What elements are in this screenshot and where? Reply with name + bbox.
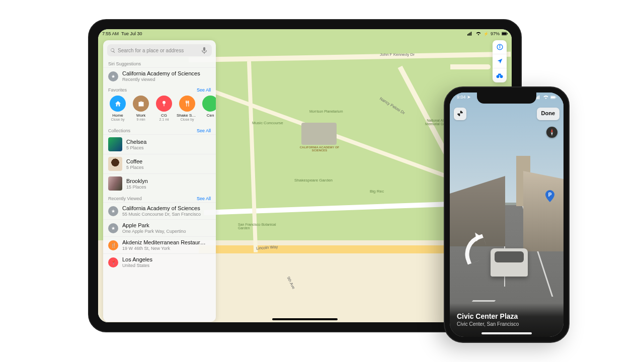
map-label: Nancy Pelosi Dr bbox=[379, 96, 406, 115]
map-label: Shakespeare Garden bbox=[294, 178, 333, 183]
recent-row[interactable]: ★California Academy of Sciences55 Music … bbox=[103, 202, 216, 219]
svg-point-9 bbox=[499, 45, 500, 46]
iphone-frame: 9:04 ➤ P Done bbox=[444, 86, 570, 343]
fork-icon bbox=[179, 96, 195, 112]
signal-icon bbox=[467, 32, 473, 36]
svg-marker-27 bbox=[551, 132, 553, 136]
map-label: 9th Ave bbox=[286, 276, 296, 290]
location-icon: ➤ bbox=[467, 95, 471, 100]
compass-icon[interactable] bbox=[546, 127, 557, 138]
search-icon bbox=[110, 48, 116, 53]
map-label: Morrison Planetarium bbox=[309, 110, 343, 113]
wifi-icon bbox=[543, 95, 549, 100]
svg-rect-1 bbox=[468, 33, 469, 36]
svg-rect-2 bbox=[469, 33, 470, 36]
section-favorites: Favorites bbox=[108, 87, 127, 93]
map-building bbox=[301, 123, 337, 145]
svg-rect-17 bbox=[164, 104, 164, 106]
see-all-collections[interactable]: See All bbox=[197, 128, 211, 133]
svg-rect-6 bbox=[507, 33, 508, 34]
svg-rect-19 bbox=[536, 97, 537, 99]
locate-button[interactable] bbox=[493, 54, 507, 68]
section-siri: Siri Suggestions bbox=[108, 61, 141, 66]
map-label: San Francisco Botanical Garden bbox=[238, 223, 278, 230]
place-subtitle: Civic Center, San Francisco bbox=[457, 321, 556, 327]
recent-row[interactable]: 📍Los AngelesUnited States bbox=[103, 253, 216, 270]
favorite-item[interactable]: Shake Sh…Close by bbox=[177, 96, 198, 121]
home-indicator bbox=[272, 318, 338, 320]
collection-thumb bbox=[108, 176, 122, 191]
svg-text:P: P bbox=[548, 192, 552, 198]
svg-rect-5 bbox=[502, 33, 507, 35]
svg-rect-12 bbox=[498, 73, 501, 75]
svg-rect-20 bbox=[538, 96, 539, 99]
favorite-item[interactable]: CG2.1 mi bbox=[153, 96, 175, 121]
see-all-recent[interactable]: See All bbox=[197, 196, 211, 201]
ipad-status-bar: 7:55 AM Tue Jul 30 ⚡97% bbox=[98, 29, 512, 38]
svg-point-11 bbox=[500, 75, 503, 78]
home-indicator bbox=[481, 332, 532, 334]
briefcase-icon bbox=[133, 96, 149, 112]
favorite-item[interactable]: HomeClose by bbox=[107, 96, 128, 121]
star-icon: ★ bbox=[108, 206, 118, 216]
recent-row[interactable]: 🍴Akdeniz Mediterranean Restaur…19 W 46th… bbox=[103, 236, 216, 253]
home-icon bbox=[110, 96, 126, 112]
svg-rect-24 bbox=[555, 97, 556, 98]
favorite-item[interactable]: Cen bbox=[200, 96, 216, 121]
section-recent: Recently Viewed bbox=[108, 196, 142, 201]
battery-icon bbox=[502, 32, 508, 36]
favorite-item[interactable]: Work9 min bbox=[130, 96, 151, 121]
svg-rect-21 bbox=[539, 95, 540, 99]
search-input[interactable]: Search for a place or address bbox=[107, 44, 212, 56]
collection-row[interactable]: Coffee5 Places bbox=[103, 154, 216, 173]
map-label: John F Kennedy Dr bbox=[380, 52, 415, 57]
collection-thumb bbox=[108, 157, 122, 171]
collection-row[interactable]: Chelsea5 Places bbox=[103, 134, 216, 154]
fork-icon: 🍴 bbox=[108, 240, 118, 250]
iphone-notch bbox=[477, 93, 536, 104]
maps-sidebar: Search for a place or address Siri Sugge… bbox=[103, 40, 216, 322]
mic-icon[interactable] bbox=[202, 47, 207, 54]
binoculars-button[interactable] bbox=[493, 68, 507, 82]
place-title: Civic Center Plaza bbox=[457, 312, 556, 320]
svg-rect-23 bbox=[551, 96, 555, 98]
svg-marker-26 bbox=[551, 129, 553, 132]
svg-rect-15 bbox=[203, 47, 205, 51]
map-poi-label: CALIFORNIA ACADEMY OF SCIENCES bbox=[298, 146, 341, 152]
iphone-screen: 9:04 ➤ P Done bbox=[450, 93, 564, 337]
pin-icon bbox=[156, 96, 172, 112]
map-label: Big Rec bbox=[370, 189, 384, 194]
collection-row[interactable]: Brooklyn15 Places bbox=[103, 173, 216, 193]
siri-suggestion-row[interactable]: ★ California Academy of Sciences Recentl… bbox=[103, 67, 216, 84]
recent-row[interactable]: ★Apple ParkOne Apple Park Way, Cupertino bbox=[103, 219, 216, 236]
star-icon: ★ bbox=[108, 71, 118, 81]
collection-thumb bbox=[108, 137, 122, 151]
info-button[interactable] bbox=[493, 40, 507, 54]
svg-rect-3 bbox=[471, 32, 472, 36]
svg-rect-0 bbox=[467, 34, 468, 36]
lookaround-building bbox=[523, 171, 564, 251]
pin-icon: 📍 bbox=[108, 257, 118, 267]
collapse-button[interactable] bbox=[454, 108, 466, 120]
map-controls bbox=[493, 40, 507, 82]
see-all-favorites[interactable]: See All bbox=[197, 87, 211, 93]
search-placeholder: Search for a place or address bbox=[118, 48, 184, 53]
map-label: Music Concourse bbox=[252, 121, 283, 125]
star-icon: ★ bbox=[108, 223, 118, 233]
wifi-icon bbox=[475, 32, 481, 36]
lookaround-car bbox=[491, 248, 528, 277]
section-collections: Collections bbox=[108, 128, 130, 133]
parking-icon: P bbox=[545, 190, 554, 202]
done-button[interactable]: Done bbox=[537, 108, 560, 120]
svg-point-10 bbox=[497, 75, 500, 78]
favorites-row: HomeClose by Work9 min CG2.1 mi Shake Sh… bbox=[103, 94, 216, 125]
lookaround-caption[interactable]: Civic Center Plaza Civic Center, San Fra… bbox=[450, 303, 564, 337]
svg-point-16 bbox=[163, 101, 166, 104]
place-icon bbox=[202, 96, 216, 112]
battery-icon bbox=[550, 95, 556, 100]
